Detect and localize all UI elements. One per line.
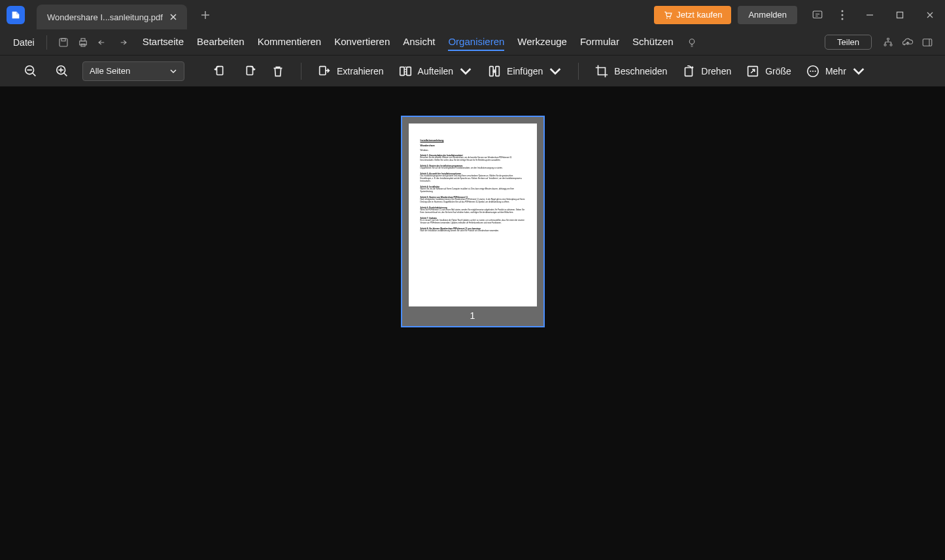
svg-rect-21	[320, 66, 326, 74]
maximize-button[interactable]	[885, 0, 915, 29]
tab-organisieren[interactable]: Organisieren	[448, 33, 504, 51]
crop-label: Beschneiden	[614, 66, 667, 76]
size-label: Größe	[765, 66, 791, 76]
panel-icon[interactable]	[918, 33, 937, 52]
titlebar: Wondershare I...sanleitung.pdf Jetzt kau…	[0, 0, 945, 29]
main-nav-tabs: Startseite Bearbeiten Kommentieren Konve…	[143, 33, 674, 51]
cloud-upload-icon[interactable]	[898, 33, 918, 52]
insert-label: Einfügen	[507, 66, 543, 76]
svg-point-5	[842, 18, 844, 20]
new-tab-button[interactable]	[192, 3, 218, 27]
document-tab-title: Wondershare I...sanleitung.pdf	[47, 12, 163, 22]
svg-rect-22	[400, 67, 404, 75]
zoom-out-button[interactable]	[20, 60, 42, 82]
svg-rect-6	[897, 12, 903, 18]
close-window-button[interactable]	[915, 0, 945, 29]
chevron-down-icon	[548, 64, 562, 78]
svg-rect-20	[247, 66, 252, 74]
minimize-button[interactable]	[855, 0, 885, 29]
share-button[interactable]: Teilen	[825, 35, 872, 50]
svg-point-13	[887, 38, 889, 40]
svg-point-31	[814, 70, 816, 71]
svg-rect-8	[61, 39, 65, 41]
split-label: Aufteilen	[418, 66, 453, 76]
tab-konvertieren[interactable]: Konvertieren	[334, 33, 390, 51]
svg-point-1	[670, 17, 671, 18]
tab-startseite[interactable]: Startseite	[143, 33, 184, 51]
buy-now-label: Jetzt kaufen	[676, 10, 722, 20]
extract-label: Extrahieren	[337, 66, 384, 76]
rotate-label: Drehen	[701, 66, 731, 76]
size-button[interactable]: Größe	[743, 60, 794, 82]
svg-point-12	[690, 39, 695, 44]
svg-point-14	[884, 44, 886, 46]
buy-now-button[interactable]: Jetzt kaufen	[654, 6, 731, 24]
svg-point-15	[890, 44, 892, 46]
tab-ansicht[interactable]: Ansicht	[403, 33, 435, 51]
page-select-dropdown[interactable]: Alle Seiten	[82, 61, 184, 81]
tab-formular[interactable]: Formular	[580, 33, 619, 51]
lightbulb-icon[interactable]	[682, 33, 702, 52]
svg-point-30	[812, 70, 814, 71]
svg-rect-23	[406, 67, 410, 75]
rotate-button[interactable]: Drehen	[679, 60, 734, 82]
tab-schuetzen[interactable]: Schützen	[632, 33, 674, 51]
svg-rect-9	[79, 41, 86, 44]
chevron-down-icon	[169, 67, 177, 75]
document-tab[interactable]: Wondershare I...sanleitung.pdf	[37, 5, 187, 29]
more-button[interactable]: Mehr	[803, 60, 868, 82]
rotate-left-button[interactable]	[211, 60, 230, 82]
tab-bearbeiten[interactable]: Bearbeiten	[197, 33, 245, 51]
split-button[interactable]: Aufteilen	[396, 60, 475, 82]
extract-button[interactable]: Extrahieren	[315, 60, 387, 82]
svg-rect-19	[217, 66, 223, 74]
svg-rect-7	[60, 39, 67, 46]
svg-point-3	[842, 10, 844, 12]
redo-icon[interactable]	[112, 33, 132, 52]
save-icon[interactable]	[54, 33, 73, 52]
more-label: Mehr	[825, 66, 846, 76]
chevron-down-icon	[851, 64, 866, 78]
delete-page-button[interactable]	[268, 60, 288, 82]
print-icon[interactable]	[73, 33, 93, 52]
svg-rect-10	[81, 39, 85, 41]
organize-toolbar: Alle Seiten Extrahieren Aufteilen Einfüg…	[0, 56, 945, 87]
chevron-down-icon	[458, 64, 473, 78]
tab-kommentieren[interactable]: Kommentieren	[258, 33, 322, 51]
login-button[interactable]: Anmelden	[738, 6, 797, 24]
undo-icon[interactable]	[93, 33, 112, 52]
chat-icon[interactable]	[805, 0, 830, 29]
cart-icon	[663, 10, 672, 20]
close-tab-icon[interactable]	[167, 11, 179, 23]
zoom-in-button[interactable]	[51, 60, 73, 82]
page-number-label: 1	[409, 306, 537, 323]
svg-rect-2	[813, 11, 822, 18]
svg-point-0	[666, 17, 668, 18]
page-thumbnail[interactable]: Installationsanleitung Wondershare Windo…	[401, 116, 545, 327]
svg-point-4	[842, 14, 844, 16]
file-menu[interactable]: Datei	[8, 35, 40, 50]
page-canvas: Installationsanleitung Wondershare Windo…	[0, 87, 945, 560]
menubar: Datei Startseite Bearbeiten Kommentieren…	[0, 29, 945, 56]
crop-button[interactable]: Beschneiden	[592, 60, 670, 82]
sitemap-icon[interactable]	[878, 33, 898, 52]
page-content: Installationsanleitung Wondershare Windo…	[409, 124, 537, 306]
kebab-menu-icon[interactable]	[830, 0, 855, 29]
svg-rect-26	[685, 67, 693, 76]
tab-werkzeuge[interactable]: Werkzeuge	[517, 33, 567, 51]
svg-rect-16	[923, 39, 932, 46]
login-label: Anmelden	[748, 10, 787, 20]
svg-point-29	[810, 70, 811, 71]
rotate-right-button[interactable]	[239, 60, 259, 82]
page-select-label: Alle Seiten	[90, 66, 130, 76]
app-logo	[7, 6, 25, 24]
insert-button[interactable]: Einfügen	[485, 60, 565, 82]
